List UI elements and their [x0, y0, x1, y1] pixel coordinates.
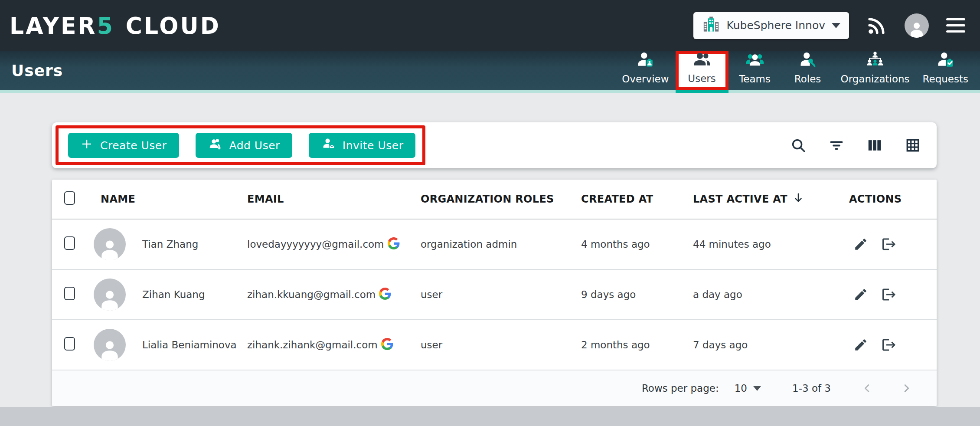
user-last-active: a day ago	[693, 289, 849, 300]
chevron-down-icon	[753, 386, 761, 391]
edit-icon[interactable]	[853, 287, 868, 302]
tab-overview-label: Overview	[622, 73, 669, 85]
row-checkbox[interactable]	[64, 337, 75, 351]
tab-requests-label: Requests	[923, 73, 968, 85]
user-avatar[interactable]	[905, 13, 929, 38]
column-header-created[interactable]: CREATED AT	[581, 193, 693, 205]
toolbar-icons	[790, 137, 921, 154]
tabs: Overview Users	[615, 51, 980, 90]
layer5-cloud-logo[interactable]: LAYER5CLOUD	[10, 12, 221, 39]
table-row: Tian Zhang lovedayyyyyyy@gmail.com organ…	[52, 220, 937, 270]
avatar	[94, 228, 126, 260]
search-icon[interactable]	[790, 137, 807, 154]
column-header-org-roles[interactable]: ORGANIZATION ROLES	[421, 193, 581, 205]
tab-users-label: Users	[688, 73, 715, 84]
column-header-actions: ACTIONS	[849, 193, 937, 205]
rows-per-page-select[interactable]: 10	[735, 383, 761, 394]
tab-roles-label: Roles	[794, 73, 821, 85]
rows-per-page-value: 10	[735, 383, 747, 394]
window-bottom-strip	[0, 407, 980, 426]
logout-icon[interactable]	[881, 287, 897, 302]
tab-teams[interactable]: Teams	[728, 51, 781, 90]
avatar	[94, 279, 126, 311]
tab-requests[interactable]: Requests	[916, 51, 975, 90]
table-header-row: NAME EMAIL ORGANIZATION ROLES CREATED AT…	[52, 180, 937, 220]
pagination-range: 1-3 of 3	[792, 383, 831, 394]
logout-icon[interactable]	[881, 337, 897, 353]
google-icon	[379, 288, 391, 302]
invite-user-button[interactable]: Invite User	[309, 133, 416, 158]
add-user-label: Add User	[229, 139, 280, 152]
google-icon	[381, 338, 393, 352]
tab-organizations-label: Organizations	[841, 73, 910, 85]
user-email: zihank.zihank@gmail.com	[247, 339, 378, 351]
person-key-icon	[798, 50, 817, 69]
app-header: LAYER5CLOUD KubeSphere Innov	[0, 0, 980, 51]
row-checkbox[interactable]	[64, 287, 75, 300]
user-created-at: 2 months ago	[581, 339, 693, 351]
broadcast-icon[interactable]	[866, 15, 887, 36]
org-selector-label: KubeSphere Innov	[727, 19, 825, 32]
user-name: Lialia Beniaminova	[142, 339, 237, 351]
user-email: lovedayyyyyyy@gmail.com	[247, 239, 384, 250]
add-user-button[interactable]: Add User	[196, 133, 292, 158]
user-created-at: 9 days ago	[581, 289, 693, 300]
user-created-at: 4 months ago	[581, 239, 693, 250]
main-content: Create User Add User	[0, 93, 980, 406]
person-add-icon	[208, 137, 222, 154]
next-page-icon[interactable]	[900, 382, 912, 394]
tab-overview[interactable]: Overview	[615, 51, 675, 90]
plus-icon	[80, 138, 93, 153]
org-chart-icon	[866, 50, 885, 69]
logo-cloud: CLOUD	[126, 12, 221, 39]
user-name: Tian Zhang	[142, 239, 198, 250]
filter-icon[interactable]	[828, 137, 845, 154]
org-selector[interactable]: KubeSphere Innov	[693, 12, 849, 39]
nav-accent-line	[0, 90, 980, 93]
page-title: Users	[11, 62, 63, 79]
table-row: Lialia Beniaminova zihank.zihank@gmail.c…	[52, 320, 937, 370]
logout-icon[interactable]	[881, 236, 897, 252]
chevron-down-icon	[832, 23, 840, 28]
user-org-roles: user	[421, 289, 581, 300]
column-header-name[interactable]: NAME	[94, 193, 247, 205]
users-table: NAME EMAIL ORGANIZATION ROLES CREATED AT…	[52, 180, 937, 406]
logo-layer: LAYER	[10, 12, 97, 39]
tab-organizations[interactable]: Organizations	[834, 51, 916, 90]
annotation-highlight-buttons: Create User Add User	[56, 125, 425, 165]
create-user-button[interactable]: Create User	[68, 133, 179, 158]
toolbar: Create User Add User	[52, 122, 937, 168]
person-check-icon	[936, 50, 955, 69]
create-user-label: Create User	[100, 139, 167, 152]
user-email: zihan.kkuang@gmail.com	[247, 289, 376, 300]
previous-page-icon[interactable]	[861, 382, 873, 394]
person-mail-icon	[321, 137, 336, 154]
header-right: KubeSphere Innov	[693, 12, 965, 39]
user-last-active: 7 days ago	[693, 339, 849, 351]
sort-desc-icon[interactable]	[792, 191, 805, 207]
google-icon	[388, 237, 400, 252]
user-last-active: 44 minutes ago	[693, 239, 849, 250]
building-icon	[702, 15, 720, 36]
tab-users[interactable]: Users	[676, 51, 728, 90]
invite-user-label: Invite User	[343, 139, 404, 152]
person-badge-icon	[636, 50, 655, 69]
user-org-roles: user	[421, 339, 581, 351]
table-pagination: Rows per page: 10 1-3 of 3	[52, 370, 937, 406]
column-header-email[interactable]: EMAIL	[247, 193, 421, 205]
view-columns-icon[interactable]	[866, 137, 883, 154]
menu-icon[interactable]	[946, 18, 965, 33]
tab-teams-label: Teams	[739, 73, 771, 85]
grid-view-icon[interactable]	[905, 137, 921, 154]
edit-icon[interactable]	[853, 237, 868, 252]
avatar	[94, 329, 126, 361]
tab-roles[interactable]: Roles	[781, 51, 834, 90]
row-checkbox[interactable]	[64, 236, 75, 250]
logo-five: 5	[97, 12, 114, 39]
people-icon	[693, 50, 712, 69]
select-all-checkbox[interactable]	[64, 191, 75, 205]
nav-bar: Users Overview	[0, 51, 980, 90]
column-header-last-active[interactable]: LAST ACTIVE AT	[693, 191, 849, 207]
edit-icon[interactable]	[853, 338, 868, 352]
user-name: Zihan Kuang	[142, 289, 205, 300]
